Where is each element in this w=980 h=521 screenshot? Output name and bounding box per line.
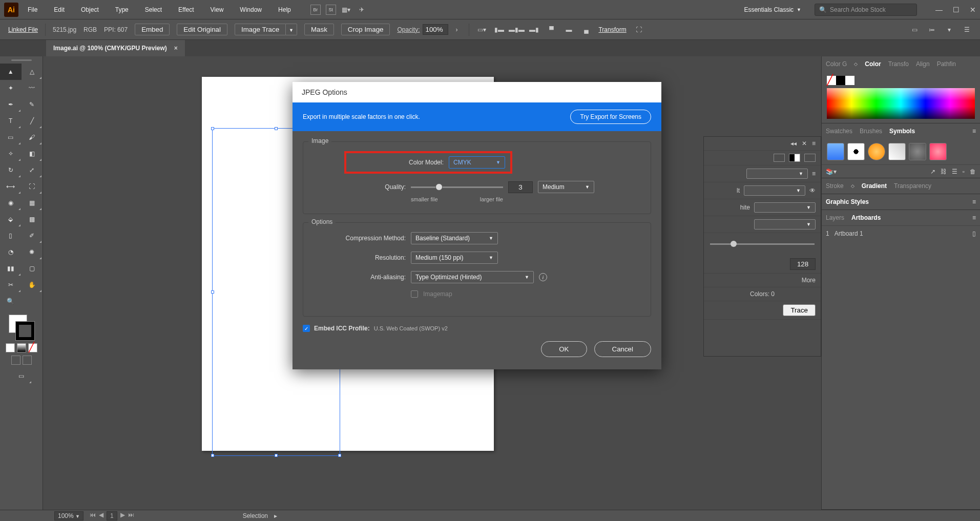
color-mode-icon[interactable] bbox=[6, 343, 15, 352]
nav-prev-icon[interactable]: ◀ bbox=[99, 511, 103, 520]
pen-tool[interactable]: ✒ bbox=[0, 96, 22, 113]
rotate-tool[interactable]: ↻ bbox=[0, 162, 22, 178]
colors-select[interactable]: ▼ bbox=[754, 219, 816, 230]
lasso-tool[interactable]: 〰 bbox=[22, 80, 43, 96]
symbol-options-icon[interactable]: ☰ bbox=[952, 168, 957, 175]
gradient-tool[interactable]: ▯ bbox=[0, 227, 22, 244]
curvature-tool[interactable]: ✎ bbox=[22, 96, 43, 113]
tab-transform[interactable]: Transfo bbox=[888, 60, 909, 68]
magic-wand-tool[interactable]: ✦ bbox=[0, 80, 22, 96]
line-tool[interactable]: ╱ bbox=[22, 113, 43, 129]
symbol-6[interactable] bbox=[929, 143, 947, 160]
symbol-new-icon[interactable]: ▫ bbox=[963, 168, 965, 175]
mask-button[interactable]: Mask bbox=[304, 24, 334, 35]
shape-builder-tool[interactable]: ◉ bbox=[0, 195, 22, 211]
gpu-icon[interactable]: ✈ bbox=[357, 5, 367, 15]
panel-menu-icon[interactable]: ≡ bbox=[972, 128, 976, 135]
anti-aliasing-select[interactable]: Type Optimized (Hinted) ▼ bbox=[411, 271, 534, 283]
arrange-docs-icon[interactable]: ▦▾ bbox=[341, 5, 351, 15]
tab-gradient[interactable]: Gradient bbox=[862, 182, 887, 190]
image-trace-dropdown[interactable]: ▼ bbox=[286, 24, 297, 35]
embed-icc-checkbox[interactable]: ✓ bbox=[303, 325, 310, 332]
tab-transparency[interactable]: Transparency bbox=[894, 182, 931, 190]
threshold-slider[interactable] bbox=[710, 243, 815, 245]
tab-close-icon[interactable]: × bbox=[174, 45, 178, 52]
ok-button[interactable]: OK bbox=[541, 341, 587, 357]
align-top-icon[interactable]: ▀ bbox=[546, 25, 556, 35]
menu-select[interactable]: Select bbox=[138, 3, 169, 16]
fill-stroke-swatch[interactable] bbox=[9, 315, 34, 340]
panel-collapse-icon[interactable]: ◂◂ bbox=[790, 140, 797, 147]
preset-select[interactable]: ▼ bbox=[746, 169, 808, 179]
tab-color-guide[interactable]: Color G bbox=[826, 60, 847, 68]
document-tab[interactable]: Image.ai @ 100% (CMYK/GPU Preview) × bbox=[46, 40, 185, 56]
color-white-swatch[interactable] bbox=[845, 76, 854, 85]
maximize-button[interactable]: ☐ bbox=[953, 6, 960, 14]
menu-help[interactable]: Help bbox=[271, 3, 298, 16]
artboard-orient-icon[interactable]: ▯ bbox=[972, 230, 976, 237]
panel-icon-4[interactable]: ☰ bbox=[962, 25, 972, 35]
palette-select[interactable]: ▼ bbox=[754, 202, 816, 213]
menu-view[interactable]: View bbox=[203, 3, 231, 16]
transform-link[interactable]: Transform bbox=[598, 26, 626, 33]
menu-window[interactable]: Window bbox=[233, 3, 269, 16]
nav-first-icon[interactable]: ⏮ bbox=[90, 511, 96, 520]
panel-icon-2[interactable]: ≔ bbox=[927, 25, 937, 35]
more-label[interactable]: More bbox=[802, 277, 816, 284]
selection-tool[interactable]: ▲ bbox=[0, 64, 22, 80]
artboard-tool[interactable]: ▢ bbox=[22, 260, 43, 277]
panel-menu-icon[interactable]: ≡ bbox=[812, 140, 816, 147]
quality-input[interactable] bbox=[508, 181, 533, 193]
status-more-icon[interactable]: ▸ bbox=[274, 512, 277, 519]
menu-object[interactable]: Object bbox=[74, 3, 106, 16]
paintbrush-tool[interactable]: 🖌 bbox=[22, 129, 43, 145]
screen-mode-icon[interactable]: ▭ bbox=[11, 368, 32, 384]
search-stock-input[interactable]: 🔍 Search Adobe Stock bbox=[815, 4, 917, 16]
embed-button[interactable]: Embed bbox=[135, 24, 170, 35]
menu-file[interactable]: File bbox=[20, 3, 45, 16]
color-black-swatch[interactable] bbox=[836, 76, 845, 85]
toolbox-grip[interactable] bbox=[0, 59, 43, 64]
draw-behind-icon[interactable] bbox=[23, 356, 32, 365]
symbol-delete-icon[interactable]: 🗑 bbox=[970, 168, 976, 175]
panel-menu-icon-2[interactable]: ≡ bbox=[972, 198, 976, 205]
zoom-tool[interactable]: 🔍 bbox=[0, 293, 22, 309]
quality-preset-select[interactable]: Medium ▼ bbox=[538, 181, 594, 193]
eraser-tool[interactable]: ◧ bbox=[22, 145, 43, 162]
resolution-select[interactable]: Medium (150 ppi) ▼ bbox=[411, 252, 498, 264]
mesh-tool[interactable]: ▩ bbox=[22, 211, 43, 227]
hand-tool[interactable]: ✋ bbox=[22, 277, 43, 293]
color-none-swatch[interactable]: ╱ bbox=[827, 76, 836, 85]
tab-brushes[interactable]: Brushes bbox=[860, 128, 882, 135]
perspective-tool[interactable]: ⬙ bbox=[0, 211, 22, 227]
minimize-button[interactable]: — bbox=[935, 6, 943, 14]
symbol-place-icon[interactable]: ↗ bbox=[930, 168, 935, 175]
free-transform-tool[interactable]: ⛶ bbox=[22, 178, 43, 195]
isolate-icon[interactable]: ⛶ bbox=[634, 25, 644, 35]
width-tool[interactable]: ⟷ bbox=[0, 178, 22, 195]
tab-stroke[interactable]: Stroke bbox=[826, 182, 844, 190]
align-bottom-icon[interactable]: ▄ bbox=[581, 25, 591, 35]
draw-normal-icon[interactable] bbox=[11, 356, 20, 365]
tab-artboards[interactable]: Artboards bbox=[851, 214, 881, 221]
panel-close-icon[interactable]: ✕ bbox=[802, 140, 807, 147]
tab-color[interactable]: Color bbox=[865, 60, 881, 68]
live-paint-tool[interactable]: ▦ bbox=[22, 195, 43, 211]
panel-icon-1[interactable]: ▭ bbox=[909, 25, 920, 35]
color-model-select[interactable]: CMYK ▼ bbox=[449, 156, 505, 169]
nav-last-icon[interactable]: ⏭ bbox=[128, 511, 134, 520]
rectangle-tool[interactable]: ▭ bbox=[0, 129, 22, 145]
artboard-nav[interactable]: ⏮ ◀ 1 ▶ ⏭ bbox=[90, 511, 134, 520]
quality-slider[interactable] bbox=[411, 186, 503, 188]
artboard-row[interactable]: 1 Artboard 1 ▯ bbox=[822, 225, 980, 241]
crop-image-button[interactable]: Crop Image bbox=[341, 24, 390, 35]
align-hcenter-icon[interactable]: ▬▮▬ bbox=[511, 25, 522, 35]
try-export-button[interactable]: Try Export for Screens bbox=[570, 110, 651, 124]
type-tool[interactable]: T bbox=[0, 113, 22, 129]
print-tiling-tool[interactable] bbox=[22, 293, 43, 309]
threshold-input[interactable] bbox=[790, 258, 816, 270]
menu-effect[interactable]: Effect bbox=[171, 3, 201, 16]
align-left-icon[interactable]: ▮▬ bbox=[494, 25, 504, 35]
eyedropper-tool[interactable]: ✐ bbox=[22, 227, 43, 244]
tab-align[interactable]: Align bbox=[916, 60, 930, 68]
